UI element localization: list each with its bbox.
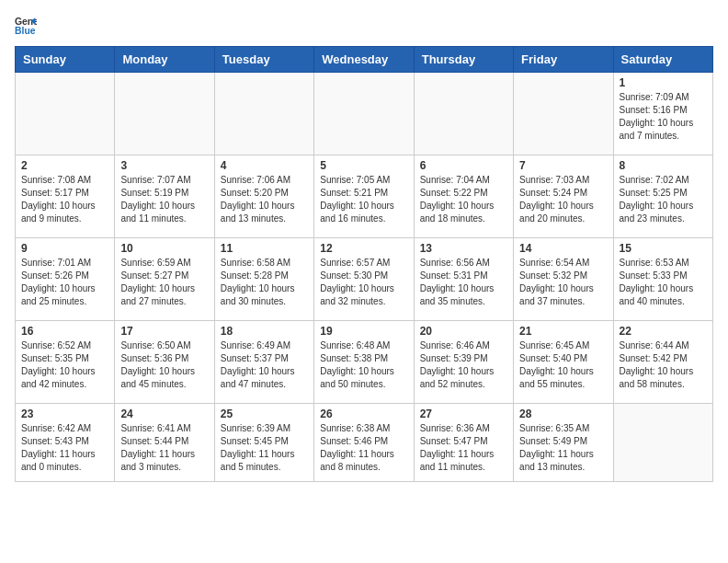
calendar-cell bbox=[314, 73, 414, 155]
weekday-header-thursday: Thursday bbox=[414, 47, 513, 73]
calendar-cell: 16Sunrise: 6:52 AM Sunset: 5:35 PM Dayli… bbox=[16, 321, 115, 404]
week-row-4: 16Sunrise: 6:52 AM Sunset: 5:35 PM Dayli… bbox=[16, 321, 713, 404]
day-number: 1 bbox=[620, 76, 707, 89]
day-number: 14 bbox=[519, 242, 607, 255]
week-row-2: 2Sunrise: 7:08 AM Sunset: 5:17 PM Daylig… bbox=[16, 155, 713, 238]
day-number: 12 bbox=[320, 242, 407, 255]
calendar-cell: 13Sunrise: 6:56 AM Sunset: 5:31 PM Dayli… bbox=[414, 238, 513, 321]
day-number: 24 bbox=[120, 408, 208, 420]
weekday-header-monday: Monday bbox=[115, 47, 214, 73]
day-info: Sunrise: 7:08 AM Sunset: 5:17 PM Dayligh… bbox=[21, 174, 108, 225]
calendar-cell: 18Sunrise: 6:49 AM Sunset: 5:37 PM Dayli… bbox=[214, 321, 313, 404]
calendar-cell: 3Sunrise: 7:07 AM Sunset: 5:19 PM Daylig… bbox=[115, 155, 214, 238]
calendar-cell: 17Sunrise: 6:50 AM Sunset: 5:36 PM Dayli… bbox=[115, 321, 214, 404]
day-info: Sunrise: 6:46 AM Sunset: 5:39 PM Dayligh… bbox=[420, 339, 507, 391]
day-number: 6 bbox=[420, 159, 507, 172]
weekday-header-sunday: Sunday bbox=[16, 47, 115, 73]
day-number: 25 bbox=[221, 408, 308, 420]
day-number: 17 bbox=[120, 325, 208, 338]
day-info: Sunrise: 6:56 AM Sunset: 5:31 PM Dayligh… bbox=[420, 257, 507, 308]
day-info: Sunrise: 7:02 AM Sunset: 5:25 PM Dayligh… bbox=[620, 174, 707, 225]
day-number: 20 bbox=[420, 325, 507, 338]
day-info: Sunrise: 7:01 AM Sunset: 5:26 PM Dayligh… bbox=[21, 257, 108, 308]
page-header: General Blue bbox=[15, 15, 713, 37]
calendar-cell: 10Sunrise: 6:59 AM Sunset: 5:27 PM Dayli… bbox=[115, 238, 214, 321]
calendar: SundayMondayTuesdayWednesdayThursdayFrid… bbox=[15, 46, 713, 482]
day-info: Sunrise: 6:41 AM Sunset: 5:44 PM Dayligh… bbox=[120, 422, 208, 474]
day-number: 21 bbox=[519, 325, 607, 338]
calendar-cell: 27Sunrise: 6:36 AM Sunset: 5:47 PM Dayli… bbox=[414, 404, 513, 482]
day-info: Sunrise: 6:53 AM Sunset: 5:33 PM Dayligh… bbox=[620, 257, 707, 308]
day-number: 23 bbox=[21, 408, 108, 420]
day-number: 19 bbox=[320, 325, 407, 338]
day-info: Sunrise: 7:09 AM Sunset: 5:16 PM Dayligh… bbox=[620, 91, 707, 143]
weekday-header-wednesday: Wednesday bbox=[314, 47, 414, 73]
calendar-cell bbox=[414, 73, 513, 155]
day-number: 11 bbox=[221, 242, 308, 255]
calendar-cell bbox=[613, 404, 712, 482]
day-number: 9 bbox=[21, 242, 108, 255]
calendar-cell: 28Sunrise: 6:35 AM Sunset: 5:49 PM Dayli… bbox=[514, 404, 613, 482]
calendar-cell bbox=[214, 73, 313, 155]
day-number: 18 bbox=[221, 325, 308, 338]
day-number: 13 bbox=[420, 242, 507, 255]
calendar-cell: 19Sunrise: 6:48 AM Sunset: 5:38 PM Dayli… bbox=[314, 321, 414, 404]
weekday-header-tuesday: Tuesday bbox=[214, 47, 313, 73]
calendar-cell: 1Sunrise: 7:09 AM Sunset: 5:16 PM Daylig… bbox=[613, 73, 712, 155]
calendar-cell: 8Sunrise: 7:02 AM Sunset: 5:25 PM Daylig… bbox=[613, 155, 712, 238]
calendar-cell: 2Sunrise: 7:08 AM Sunset: 5:17 PM Daylig… bbox=[16, 155, 115, 238]
weekday-header-friday: Friday bbox=[514, 47, 613, 73]
calendar-cell: 23Sunrise: 6:42 AM Sunset: 5:43 PM Dayli… bbox=[16, 404, 115, 482]
calendar-cell: 26Sunrise: 6:38 AM Sunset: 5:46 PM Dayli… bbox=[314, 404, 414, 482]
day-info: Sunrise: 6:52 AM Sunset: 5:35 PM Dayligh… bbox=[21, 339, 108, 391]
day-info: Sunrise: 6:36 AM Sunset: 5:47 PM Dayligh… bbox=[420, 422, 507, 474]
weekday-header-row: SundayMondayTuesdayWednesdayThursdayFrid… bbox=[16, 47, 713, 73]
week-row-5: 23Sunrise: 6:42 AM Sunset: 5:43 PM Dayli… bbox=[16, 404, 713, 482]
day-number: 2 bbox=[21, 159, 108, 172]
day-info: Sunrise: 6:54 AM Sunset: 5:32 PM Dayligh… bbox=[519, 257, 607, 308]
calendar-cell: 11Sunrise: 6:58 AM Sunset: 5:28 PM Dayli… bbox=[214, 238, 313, 321]
day-info: Sunrise: 6:49 AM Sunset: 5:37 PM Dayligh… bbox=[221, 339, 308, 391]
calendar-cell: 21Sunrise: 6:45 AM Sunset: 5:40 PM Dayli… bbox=[514, 321, 613, 404]
day-info: Sunrise: 6:57 AM Sunset: 5:30 PM Dayligh… bbox=[320, 257, 407, 308]
day-number: 22 bbox=[620, 325, 707, 338]
day-info: Sunrise: 6:59 AM Sunset: 5:27 PM Dayligh… bbox=[120, 257, 208, 308]
calendar-cell: 7Sunrise: 7:03 AM Sunset: 5:24 PM Daylig… bbox=[514, 155, 613, 238]
calendar-cell bbox=[115, 73, 214, 155]
week-row-3: 9Sunrise: 7:01 AM Sunset: 5:26 PM Daylig… bbox=[16, 238, 713, 321]
day-number: 10 bbox=[120, 242, 208, 255]
calendar-cell bbox=[514, 73, 613, 155]
day-info: Sunrise: 7:04 AM Sunset: 5:22 PM Dayligh… bbox=[420, 174, 507, 225]
day-info: Sunrise: 6:44 AM Sunset: 5:42 PM Dayligh… bbox=[620, 339, 707, 391]
day-info: Sunrise: 6:58 AM Sunset: 5:28 PM Dayligh… bbox=[221, 257, 308, 308]
calendar-cell: 5Sunrise: 7:05 AM Sunset: 5:21 PM Daylig… bbox=[314, 155, 414, 238]
day-info: Sunrise: 6:45 AM Sunset: 5:40 PM Dayligh… bbox=[519, 339, 607, 391]
day-info: Sunrise: 7:06 AM Sunset: 5:20 PM Dayligh… bbox=[221, 174, 308, 225]
calendar-cell: 14Sunrise: 6:54 AM Sunset: 5:32 PM Dayli… bbox=[514, 238, 613, 321]
day-number: 8 bbox=[620, 159, 707, 172]
calendar-cell: 6Sunrise: 7:04 AM Sunset: 5:22 PM Daylig… bbox=[414, 155, 513, 238]
calendar-cell: 24Sunrise: 6:41 AM Sunset: 5:44 PM Dayli… bbox=[115, 404, 214, 482]
calendar-cell: 25Sunrise: 6:39 AM Sunset: 5:45 PM Dayli… bbox=[214, 404, 313, 482]
day-info: Sunrise: 7:05 AM Sunset: 5:21 PM Dayligh… bbox=[320, 174, 407, 225]
day-number: 28 bbox=[519, 408, 607, 420]
logo: General Blue bbox=[15, 15, 39, 37]
day-info: Sunrise: 7:07 AM Sunset: 5:19 PM Dayligh… bbox=[120, 174, 208, 225]
day-number: 4 bbox=[221, 159, 308, 172]
day-info: Sunrise: 7:03 AM Sunset: 5:24 PM Dayligh… bbox=[519, 174, 607, 225]
calendar-cell: 9Sunrise: 7:01 AM Sunset: 5:26 PM Daylig… bbox=[16, 238, 115, 321]
weekday-header-saturday: Saturday bbox=[613, 47, 712, 73]
day-number: 15 bbox=[620, 242, 707, 255]
day-number: 26 bbox=[320, 408, 407, 420]
day-info: Sunrise: 6:35 AM Sunset: 5:49 PM Dayligh… bbox=[519, 422, 607, 474]
logo-icon: General Blue bbox=[15, 15, 37, 37]
day-number: 7 bbox=[519, 159, 607, 172]
day-number: 16 bbox=[21, 325, 108, 338]
calendar-cell: 20Sunrise: 6:46 AM Sunset: 5:39 PM Dayli… bbox=[414, 321, 513, 404]
calendar-cell: 4Sunrise: 7:06 AM Sunset: 5:20 PM Daylig… bbox=[214, 155, 313, 238]
day-info: Sunrise: 6:48 AM Sunset: 5:38 PM Dayligh… bbox=[320, 339, 407, 391]
calendar-cell: 12Sunrise: 6:57 AM Sunset: 5:30 PM Dayli… bbox=[314, 238, 414, 321]
calendar-cell: 22Sunrise: 6:44 AM Sunset: 5:42 PM Dayli… bbox=[613, 321, 712, 404]
svg-text:Blue: Blue bbox=[15, 26, 36, 36]
day-info: Sunrise: 6:38 AM Sunset: 5:46 PM Dayligh… bbox=[320, 422, 407, 474]
